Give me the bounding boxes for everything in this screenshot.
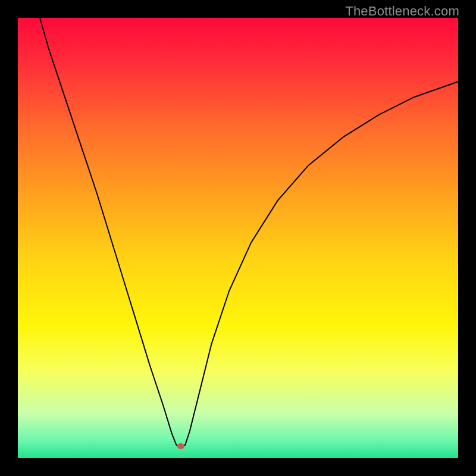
chart-svg <box>18 18 458 458</box>
plot-area <box>18 18 458 458</box>
chart-frame: TheBottleneck.com <box>0 0 476 476</box>
watermark-text: TheBottleneck.com <box>345 4 459 19</box>
gradient-background <box>18 18 458 458</box>
optimum-marker <box>177 443 184 449</box>
